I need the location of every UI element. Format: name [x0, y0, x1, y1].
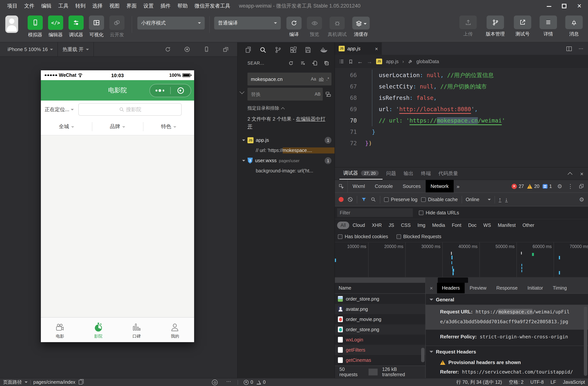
code-line[interactable]: 71} — [335, 126, 588, 138]
menu-item-转到[interactable]: 转到 — [72, 3, 89, 9]
breadcrumb-file[interactable]: app.js — [386, 59, 399, 64]
refresh-results-icon[interactable] — [288, 60, 294, 66]
eol-setting[interactable]: LF — [550, 380, 556, 385]
device-select[interactable]: iPhone 5 100% 16 — [3, 42, 58, 56]
test-account-button[interactable]: 测试号 — [512, 16, 533, 38]
request-row[interactable]: getCinemas — [335, 355, 425, 365]
page-path-value[interactable]: pages/cinema/index — [33, 380, 75, 385]
details-button[interactable]: 详情 — [538, 16, 559, 38]
menu-item-插件[interactable]: 插件 — [157, 3, 174, 9]
restart-icon[interactable] — [165, 46, 171, 53]
code-line[interactable]: 68isRefresh: false, — [335, 92, 588, 104]
request-row[interactable]: order_store.png — [335, 324, 425, 335]
devtools-tab-sources[interactable]: Sources — [398, 180, 425, 193]
exit-target-icon[interactable] — [170, 87, 191, 94]
outline-list-icon[interactable] — [339, 58, 344, 64]
collapse-all-icon[interactable] — [324, 60, 329, 66]
bookmark-icon[interactable] — [348, 59, 353, 64]
upload-button[interactable]: 上传 — [458, 16, 478, 38]
tab-terminal[interactable]: 终端 — [417, 168, 435, 180]
menu-item-帮助[interactable]: 帮助 — [174, 3, 191, 9]
code-line[interactable]: 72}) — [335, 138, 588, 149]
editor-more-icon[interactable]: ⋯ — [579, 46, 584, 51]
blocked-requests-checkbox[interactable]: Blocked Requests — [396, 234, 441, 239]
filter-chip-cloud[interactable]: Cloud — [349, 222, 368, 229]
filter-chip-js[interactable]: JS — [385, 222, 398, 229]
files-icon[interactable] — [244, 46, 252, 54]
cursor-position[interactable]: 行 70, 列 34 (选中 12) — [456, 379, 502, 386]
tab-problems[interactable]: 问题 — [382, 168, 400, 180]
request-row[interactable]: order_store.png — [335, 294, 425, 304]
info-badge-icon[interactable] — [542, 184, 547, 189]
request-row[interactable]: avatar.png — [335, 304, 425, 314]
scrollbar-thumb[interactable] — [438, 277, 468, 283]
dir-exclude-toggle[interactable]: 指定目录和排除 — [238, 100, 335, 112]
result-match-userwxss[interactable]: background-image: url('ht... — [238, 166, 335, 176]
devtools-tab-wxml[interactable]: Wxml — [348, 180, 370, 193]
request-row[interactable]: wxLogin — [335, 335, 425, 345]
inspect-element-icon[interactable] — [335, 180, 348, 193]
menu-item-项目[interactable]: 项目 — [4, 3, 21, 9]
throttling-select[interactable]: Online — [466, 197, 491, 202]
source-control-icon[interactable] — [274, 46, 282, 54]
filter-chip-css[interactable]: CSS — [398, 222, 414, 229]
whole-word-toggle[interactable]: ab — [319, 77, 324, 81]
filter-feature-dropdown[interactable]: 特色 — [143, 118, 194, 135]
network-settings-icon[interactable]: ⚙ — [579, 196, 584, 203]
nav-back-icon[interactable]: ← — [357, 58, 363, 65]
clear-network-icon[interactable] — [347, 197, 353, 202]
menu-item-界面[interactable]: 界面 — [123, 3, 140, 9]
request-headers-section-header[interactable]: Request Headers — [426, 346, 588, 357]
preview-button[interactable]: 预览 — [304, 16, 325, 38]
stop-icon[interactable] — [184, 46, 190, 53]
details-scrollbar-thumb[interactable] — [584, 307, 587, 376]
clear-cache-button[interactable]: 清缓存 — [350, 16, 372, 38]
disable-cache-checkbox[interactable]: Disable cache — [421, 197, 458, 202]
hot-reload-select[interactable]: 热重载 开 — [58, 42, 94, 56]
compile-button[interactable]: 编译 — [284, 16, 304, 38]
mode-select[interactable]: 小程序模式 — [137, 17, 205, 29]
minimize-button[interactable] — [546, 3, 552, 9]
filter-brand-dropdown[interactable]: 品牌 — [92, 118, 143, 135]
filter-chip-manifest[interactable]: Manifest — [494, 222, 519, 229]
tab-movies[interactable]: 电影 — [41, 318, 79, 342]
match-case-toggle[interactable]: Aa — [311, 77, 316, 81]
clear-results-icon[interactable] — [300, 60, 306, 66]
devtools-tab-network[interactable]: Network — [426, 180, 454, 193]
menu-item-编辑[interactable]: 编辑 — [38, 3, 55, 9]
code-line[interactable]: 67selectCity: null, //用户切换的城市 — [335, 81, 588, 92]
detail-tab-preview[interactable]: Preview — [465, 283, 491, 293]
nav-forward-icon[interactable]: → — [367, 58, 372, 65]
result-match-appjs[interactable]: // url: 'https://mokespace.... — [238, 145, 335, 155]
phone-screen[interactable]: WeChat 10:03 100% 电影院 — [41, 70, 194, 342]
cloud-dev-button[interactable]: 云开发 — [107, 16, 127, 38]
code-line[interactable]: 69url: 'http://localhost:8080', — [335, 104, 588, 115]
filter-chip-media[interactable]: Media — [429, 222, 448, 229]
referer-row[interactable]: Referer:https://servicewechat.com/touris… — [426, 367, 588, 378]
code-line[interactable]: 66userLocation: null, //用户的位置信息 — [335, 70, 588, 81]
tab-code-quality[interactable]: 代码质量 — [435, 168, 462, 180]
record-button[interactable] — [339, 197, 344, 202]
devtools-settings-icon[interactable]: ⚙ — [557, 183, 562, 190]
filter-chip-font[interactable]: Font — [448, 222, 465, 229]
filter-funnel-icon[interactable] — [361, 197, 367, 202]
split-editor-icon[interactable] — [567, 46, 572, 51]
tab-appjs[interactable]: JS app.js × — [335, 42, 382, 55]
more-tabs-icon[interactable]: » — [454, 180, 462, 193]
toggle-replace-chevron[interactable] — [239, 89, 244, 94]
undock-icon[interactable] — [579, 183, 584, 189]
status-more-icon[interactable]: ⋯ — [226, 378, 232, 384]
tab-output[interactable]: 输出 — [400, 168, 417, 180]
visualize-button[interactable]: 可视化 — [86, 16, 107, 38]
preserve-case-toggle[interactable]: AB — [315, 92, 320, 96]
code-editor[interactable]: 66userLocation: null, //用户的位置信息67selectC… — [335, 68, 588, 167]
tab-profile[interactable]: 我的 — [156, 318, 194, 342]
messages-button[interactable]: 消息 — [564, 16, 584, 38]
regex-toggle[interactable]: .* — [326, 77, 329, 81]
capsule-menu[interactable] — [149, 84, 191, 97]
indent-setting[interactable]: 空格: 2 — [509, 379, 524, 386]
import-har-icon[interactable]: ↑ — [499, 197, 501, 202]
search-panel-icon[interactable] — [259, 46, 267, 54]
network-overview-waterfall[interactable]: 10000 ms20000 ms30000 ms40000 ms50000 ms… — [335, 242, 588, 277]
device-frame-icon[interactable] — [203, 46, 210, 53]
